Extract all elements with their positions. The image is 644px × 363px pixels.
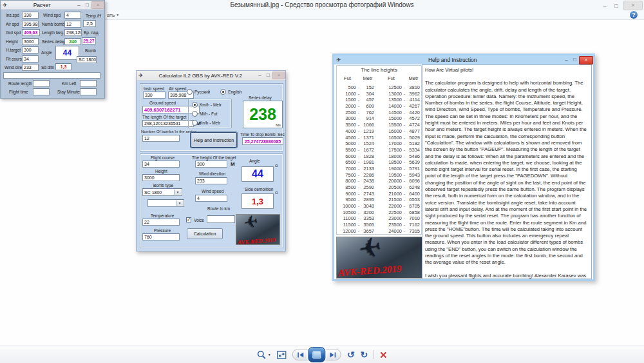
rotate-ccw-icon[interactable]: ↺ <box>347 350 355 359</box>
radio-option-2[interactable]: Kn/h - Metr <box>192 120 222 126</box>
calculator-titlebar: ✈ Calculator IL2 GBS by AVK-RED V.2 – □ … <box>137 71 285 81</box>
zoom-icon[interactable]: ▼ <box>257 350 271 360</box>
chevron-down-icon[interactable]: ▼ <box>174 190 181 195</box>
lh-cell: - <box>356 110 361 116</box>
radio-icon[interactable] <box>192 111 198 117</box>
lh-cell: - <box>356 210 361 216</box>
delete-icon[interactable] <box>380 351 387 358</box>
side-demolition-label: Side demolition <box>245 187 273 191</box>
raschet-minimize-button[interactable]: – <box>75 2 83 8</box>
viewer-minimize-button[interactable]: – <box>600 2 609 10</box>
rotate-cw-icon[interactable]: ↻ <box>360 350 368 359</box>
line-height-row: 7500-228619500-5943 <box>337 172 421 179</box>
lh-cell: - <box>356 166 361 172</box>
lh-cell: 11000 <box>339 215 356 222</box>
route-input[interactable] <box>207 215 235 223</box>
raschet-close-button[interactable]: × <box>91 1 104 9</box>
instr-speed-input[interactable]: 330 <box>143 92 166 99</box>
menu-item-partial[interactable]: ать ▼ <box>107 12 119 18</box>
lh-cell: 5182 <box>407 141 420 147</box>
lh-cell: - <box>402 135 407 141</box>
route-label: Route In km <box>207 206 230 211</box>
lh-cell <box>374 166 381 172</box>
lh-cell: 7315 <box>407 228 420 235</box>
lh-cell: 13000 <box>381 91 402 97</box>
line-height-row: 4500-137116500-5029 <box>337 135 421 141</box>
next-icon[interactable] <box>330 352 336 358</box>
help-close-button[interactable]: × <box>579 56 593 64</box>
line-heights-title: The line heights <box>337 67 421 73</box>
lh-cell: - <box>402 184 407 191</box>
radio-icon[interactable] <box>187 89 193 95</box>
language-radios: РусскийEnglish <box>187 89 242 95</box>
wind-direction-input[interactable]: 233 <box>195 177 227 184</box>
lh-cell: 762 <box>361 110 374 116</box>
radio-icon[interactable] <box>220 89 226 95</box>
calculator-maximize-button[interactable]: □ <box>264 72 272 79</box>
bomb-type2-combo[interactable]: ▼ <box>147 199 184 207</box>
target-height-input[interactable]: 300 <box>195 161 227 168</box>
radio-option-1[interactable]: English <box>220 89 242 95</box>
help-maximize-button[interactable]: □ <box>571 57 579 63</box>
voice-checkbox[interactable] <box>186 217 191 222</box>
lh-cell: 8000 <box>339 178 356 184</box>
help-minimize-button[interactable]: – <box>562 57 571 63</box>
lh-cell: 14500 <box>381 110 402 116</box>
lh-cell <box>374 228 381 235</box>
slideshow-button[interactable] <box>308 347 325 362</box>
line-heights-rows: 500-15212500-38101000-30413000-39621500-… <box>337 84 421 235</box>
viewer-close-button[interactable]: × <box>623 1 643 10</box>
air-speed-label: Air speed <box>169 86 186 91</box>
windows-photo-viewer: Безымянный.jpg - Средство просмотра фото… <box>0 0 644 363</box>
bomb-type-combo[interactable]: SC 1800 ▼ <box>142 188 182 196</box>
calc-height-input[interactable]: 3000 <box>142 174 180 181</box>
lh-cell: 457 <box>361 97 374 103</box>
radio-icon[interactable] <box>192 120 198 126</box>
fit-to-window-icon[interactable] <box>277 351 287 359</box>
chevron-down-icon[interactable]: ▼ <box>176 201 183 206</box>
pressure-input[interactable]: 760 <box>142 233 180 240</box>
help-and-instruction-button[interactable]: Help and Instruction <box>191 132 237 148</box>
line-height-row: 7000-213319000-5791 <box>337 166 421 172</box>
lh-cell: 15500 <box>381 122 402 128</box>
lh-cell <box>374 191 381 197</box>
wind-speed-input[interactable]: 4 <box>195 195 227 202</box>
lh-cell: 21000 <box>381 191 402 197</box>
lh-cell: - <box>356 159 361 166</box>
radio-icon[interactable] <box>192 102 198 108</box>
lh-cell: 1672 <box>361 147 374 153</box>
line-height-row: 1500-45713500-4114 <box>337 97 421 103</box>
chevron-down-icon: ▼ <box>116 13 119 17</box>
temp-h-value: 2,5 <box>83 20 96 27</box>
radio-option-0[interactable]: Km/h - Metr <box>192 102 222 108</box>
bombs-number-input[interactable]: 12 <box>142 135 180 142</box>
toolbar-separator <box>374 350 374 359</box>
calculator-close-button[interactable]: × <box>272 72 285 79</box>
viewer-maximize-button[interactable]: □ <box>612 2 621 10</box>
line-height-row: 5000-152417000-5182 <box>337 141 421 147</box>
lh-cell: - <box>402 191 407 197</box>
route-length-label: Route length <box>8 81 32 86</box>
chevron-down-icon[interactable]: ▼ <box>268 353 271 357</box>
radio-option-1[interactable]: Mi/h - Fut <box>192 111 222 117</box>
lh-cell: 23000 <box>381 215 402 222</box>
series-delay-label: Series delay <box>249 95 272 100</box>
route-length-value[interactable] <box>33 80 50 87</box>
temperature-input[interactable]: 22 <box>142 219 180 226</box>
target-length-input[interactable]: 298,12013236531 <box>142 120 194 127</box>
lh-cell: - <box>356 215 361 222</box>
calculator-minimize-button[interactable]: – <box>256 72 264 79</box>
calculation-button[interactable]: Calculation <box>187 228 223 239</box>
radio-label: Km/h - Metr <box>200 103 222 107</box>
lh-cell: 1219 <box>361 128 374 135</box>
lh-cell: 5029 <box>407 135 420 141</box>
lh-cell <box>374 122 381 128</box>
help-question-icon[interactable]: ? <box>630 11 638 19</box>
raschet-maximize-button[interactable]: □ <box>83 2 91 8</box>
lh-cell: 24000 <box>381 228 402 235</box>
flight-course-input[interactable]: 34 <box>142 161 180 168</box>
line-height-row: 500-15212500-3810 <box>337 84 421 91</box>
lh-cell: 2000 <box>339 103 356 110</box>
radio-option-0[interactable]: Русский <box>187 89 210 95</box>
previous-icon[interactable] <box>298 352 304 358</box>
